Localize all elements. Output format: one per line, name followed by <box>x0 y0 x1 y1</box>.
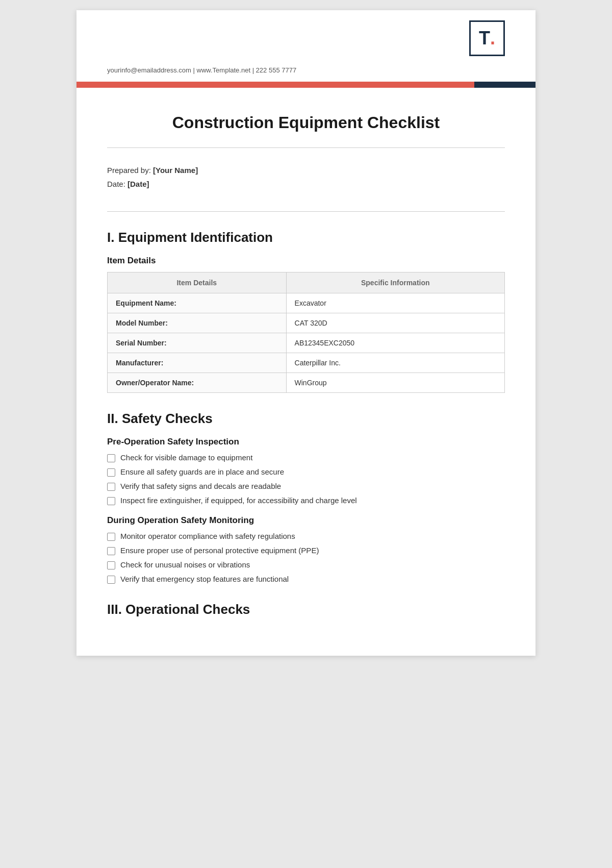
section-2-heading: II. Safety Checks <box>107 411 505 427</box>
logo-letter: T <box>479 28 490 49</box>
list-item: Ensure proper use of personal protective… <box>107 546 505 555</box>
document-title: Construction Equipment Checklist <box>107 113 505 132</box>
table-cell-value: Caterpillar Inc. <box>286 353 504 373</box>
pre-operation-checklist: Check for visible damage to equipmentEns… <box>107 453 505 505</box>
during-operation-subheading: During Operation Safety Monitoring <box>107 515 505 526</box>
checkbox-icon[interactable] <box>107 533 115 541</box>
table-row: Model Number:CAT 320D <box>108 313 505 333</box>
list-item: Verify that safety signs and decals are … <box>107 482 505 491</box>
logo-dot: . <box>490 28 495 49</box>
checklist-item-text: Verify that emergency stop features are … <box>120 575 289 583</box>
table-cell-value: WinGroup <box>286 373 504 393</box>
date-value: [Date] <box>128 180 149 188</box>
table-row: Manufacturer:Caterpillar Inc. <box>108 353 505 373</box>
list-item: Verify that emergency stop features are … <box>107 575 505 584</box>
date-line: Date: [Date] <box>107 180 505 188</box>
checklist-item-text: Verify that safety signs and decals are … <box>120 482 281 490</box>
prepared-by-line: Prepared by: [Your Name] <box>107 166 505 175</box>
header-top: T. <box>107 20 505 61</box>
page-container: T. yourinfo@emailaddress.com | www.Templ… <box>76 10 536 656</box>
date-label: Date: <box>107 180 125 188</box>
section-1-heading: I. Equipment Identification <box>107 230 505 245</box>
item-details-subheading: Item Details <box>107 256 505 266</box>
table-row: Owner/Operator Name:WinGroup <box>108 373 505 393</box>
list-item: Inspect fire extinguisher, if equipped, … <box>107 496 505 505</box>
prepared-by-value: [Your Name] <box>153 166 198 175</box>
checklist-item-text: Check for visible damage to equipment <box>120 453 252 462</box>
checkbox-icon[interactable] <box>107 454 115 462</box>
checkbox-icon[interactable] <box>107 468 115 477</box>
checklist-item-text: Ensure all safety guards are in place an… <box>120 467 284 476</box>
table-cell-label: Serial Number: <box>108 333 287 353</box>
table-cell-label: Manufacturer: <box>108 353 287 373</box>
checklist-item-text: Inspect fire extinguisher, if equipped, … <box>120 496 357 505</box>
table-row: Equipment Name:Excavator <box>108 293 505 313</box>
table-cell-label: Model Number: <box>108 313 287 333</box>
table-cell-label: Owner/Operator Name: <box>108 373 287 393</box>
logo-box: T. <box>469 20 505 56</box>
header-stripe <box>76 82 536 88</box>
table-cell-value: CAT 320D <box>286 313 504 333</box>
divider-2 <box>107 211 505 212</box>
pre-operation-subheading: Pre-Operation Safety Inspection <box>107 437 505 447</box>
checkbox-icon[interactable] <box>107 547 115 555</box>
checkbox-icon[interactable] <box>107 561 115 569</box>
list-item: Ensure all safety guards are in place an… <box>107 467 505 477</box>
list-item: Check for visible damage to equipment <box>107 453 505 462</box>
list-item: Monitor operator compliance with safety … <box>107 532 505 541</box>
list-item: Check for unusual noises or vibrations <box>107 560 505 569</box>
meta-section: Prepared by: [Your Name] Date: [Date] <box>107 158 505 201</box>
checkbox-icon[interactable] <box>107 497 115 505</box>
checklist-item-text: Check for unusual noises or vibrations <box>120 560 250 569</box>
checkbox-icon[interactable] <box>107 483 115 491</box>
table-cell-label: Equipment Name: <box>108 293 287 313</box>
content: Construction Equipment Checklist Prepare… <box>76 88 536 656</box>
checklist-item-text: Ensure proper use of personal protective… <box>120 546 319 555</box>
table-cell-value: Excavator <box>286 293 504 313</box>
header: T. yourinfo@emailaddress.com | www.Templ… <box>76 10 536 82</box>
table-col1-header: Item Details <box>108 272 287 293</box>
checkbox-icon[interactable] <box>107 576 115 584</box>
stripe-dark <box>474 82 536 88</box>
section-3-heading: III. Operational Checks <box>107 602 505 617</box>
contact-info: yourinfo@emailaddress.com | www.Template… <box>107 61 505 82</box>
prepared-by-label: Prepared by: <box>107 166 151 175</box>
during-operation-checklist: Monitor operator compliance with safety … <box>107 532 505 584</box>
table-col2-header: Specific Information <box>286 272 504 293</box>
table-row: Serial Number:AB12345EXC2050 <box>108 333 505 353</box>
table-cell-value: AB12345EXC2050 <box>286 333 504 353</box>
stripe-red <box>76 82 474 88</box>
equipment-table: Item Details Specific Information Equipm… <box>107 272 505 393</box>
checklist-item-text: Monitor operator compliance with safety … <box>120 532 295 540</box>
divider-1 <box>107 147 505 148</box>
